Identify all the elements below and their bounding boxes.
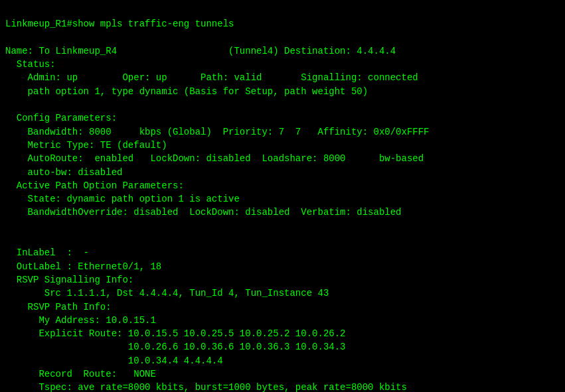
terminal-line-25: 10.0.34.4 4.4.4.4 xyxy=(5,354,560,367)
terminal-line-24: 10.0.26.6 10.0.36.6 10.0.36.3 10.0.34.3 xyxy=(5,340,560,354)
terminal-line-10: AutoRoute: enabled LockDown: disabled Lo… xyxy=(5,152,560,165)
terminal-line-21: RSVP Path Info: xyxy=(5,300,560,314)
terminal-line-26: Record Route: NONE xyxy=(5,367,560,381)
terminal-line-8: Bandwidth: 8000 kbps (Global) Priority: … xyxy=(5,125,560,139)
terminal-line-18: OutLabel : Ethernet0/1, 18 xyxy=(5,260,560,273)
terminal-line-5: path option 1, type dynamic (Basis for S… xyxy=(5,85,560,98)
terminal-line-4: Admin: up Oper: up Path: valid Signallin… xyxy=(5,71,560,84)
terminal-line-12: Active Path Option Parameters: xyxy=(5,179,560,192)
terminal-line-6 xyxy=(5,98,560,111)
terminal-line-15 xyxy=(5,220,560,233)
terminal-line-17: InLabel : - xyxy=(5,246,560,259)
terminal-line-3: Status: xyxy=(5,58,560,71)
terminal-line-20: Src 1.1.1.1, Dst 4.4.4.4, Tun_Id 4, Tun_… xyxy=(5,287,560,300)
terminal-line-7: Config Parameters: xyxy=(5,111,560,125)
terminal-line-13: State: dynamic path option 1 is active xyxy=(5,192,560,206)
terminal-output: Linkmeup_R1#show mpls traffic-eng tunnel… xyxy=(5,4,560,392)
terminal-line-23: Explicit Route: 10.0.15.5 10.0.25.5 10.0… xyxy=(5,327,560,340)
terminal-line-16 xyxy=(5,233,560,246)
terminal-line-22: My Address: 10.0.15.1 xyxy=(5,314,560,327)
terminal-line-9: Metric Type: TE (default) xyxy=(5,139,560,152)
terminal-line-27: Tspec: ave rate=8000 kbits, burst=1000 b… xyxy=(5,381,560,392)
terminal-line-0: Linkmeup_R1#show mpls traffic-eng tunnel… xyxy=(5,17,560,31)
terminal-line-19: RSVP Signalling Info: xyxy=(5,273,560,287)
terminal-line-2: Name: To Linkmeup_R4 (Tunnel4) Destinati… xyxy=(5,44,560,58)
terminal-line-11: auto-bw: disabled xyxy=(5,166,560,179)
terminal-line-1 xyxy=(5,31,560,44)
terminal-line-14: BandwidthOverride: disabled LockDown: di… xyxy=(5,206,560,219)
